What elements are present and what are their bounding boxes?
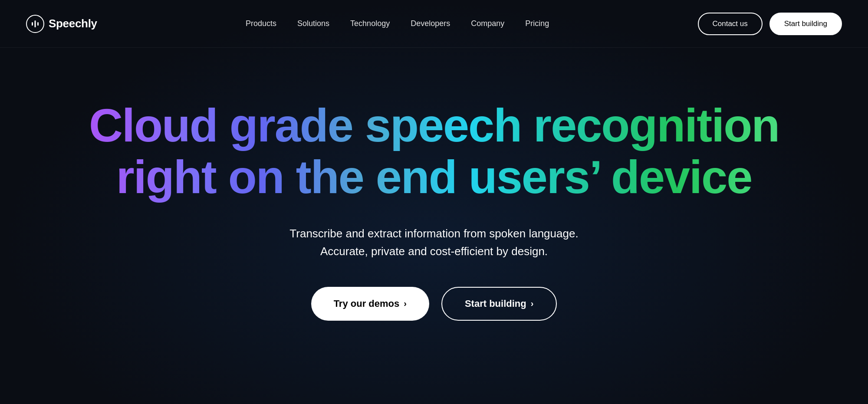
nav-item-pricing[interactable]: Pricing	[525, 19, 549, 28]
try-demos-button[interactable]: Try our demos ›	[311, 287, 429, 321]
hero-subtitle-line1: Transcribe and extract information from …	[289, 227, 578, 240]
start-building-nav-button[interactable]: Start building	[769, 13, 842, 35]
hero-title: Cloud grade speech recognition right on …	[89, 100, 779, 203]
try-demos-arrow-icon: ›	[404, 299, 407, 309]
nav-item-developers[interactable]: Developers	[411, 19, 450, 28]
try-demos-label: Try our demos	[334, 298, 400, 309]
nav-item-solutions[interactable]: Solutions	[297, 19, 329, 28]
start-building-hero-button[interactable]: Start building ›	[441, 287, 557, 321]
logo[interactable]: Speechly	[26, 15, 97, 33]
nav-links: Products Solutions Technology Developers…	[246, 19, 549, 28]
nav-actions: Contact us Start building	[698, 13, 842, 35]
hero-title-line1: Cloud grade speech recognition	[89, 100, 779, 151]
hero-title-line2: right on the end users’ device	[89, 151, 779, 203]
contact-button[interactable]: Contact us	[698, 13, 763, 35]
nav-item-products[interactable]: Products	[246, 19, 276, 28]
svg-rect-1	[32, 22, 33, 26]
hero-ctas: Try our demos › Start building ›	[311, 287, 557, 321]
svg-rect-3	[37, 22, 39, 26]
nav-item-company[interactable]: Company	[471, 19, 504, 28]
start-building-arrow-icon: ›	[531, 299, 534, 309]
nav-item-technology[interactable]: Technology	[350, 19, 390, 28]
start-building-label: Start building	[465, 298, 526, 309]
speechly-logo-icon	[26, 15, 44, 33]
hero-subtitle-line2: Accurate, private and cost-efficient by …	[320, 245, 548, 258]
hero-section: Cloud grade speech recognition right on …	[0, 48, 868, 321]
navbar: Speechly Products Solutions Technology D…	[0, 0, 868, 48]
svg-rect-2	[35, 20, 36, 27]
hero-subtitle: Transcribe and extract information from …	[289, 225, 578, 261]
brand-name: Speechly	[49, 17, 97, 30]
